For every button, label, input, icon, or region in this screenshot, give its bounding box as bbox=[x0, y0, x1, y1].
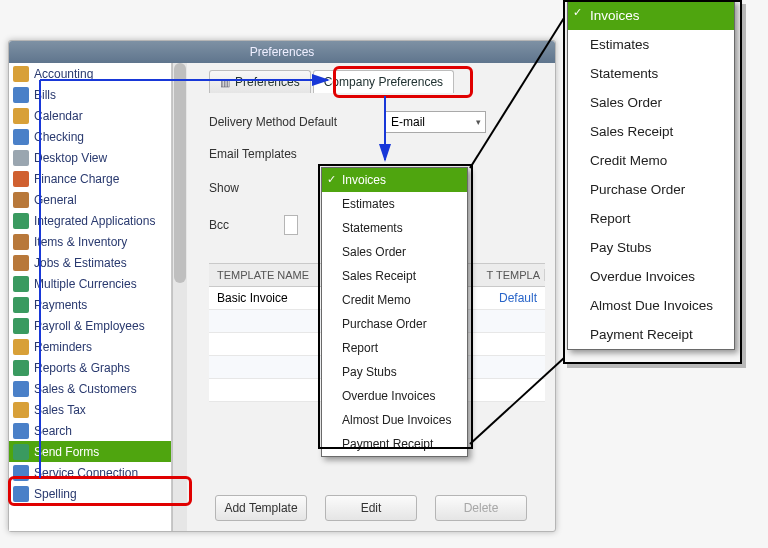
sidebar-item-label: Payroll & Employees bbox=[34, 319, 145, 333]
sidebar-scroll-thumb[interactable] bbox=[174, 63, 186, 283]
menu-item-sales-order[interactable]: Sales Order bbox=[322, 240, 467, 264]
sidebar-item-multiple-currencies[interactable]: Multiple Currencies bbox=[9, 273, 171, 294]
tab-my-preferences[interactable]: ▥ Preferences bbox=[209, 70, 311, 93]
menu-item-credit-memo[interactable]: Credit Memo bbox=[322, 288, 467, 312]
menu-item-invoices: ✓Invoices bbox=[568, 1, 734, 30]
stage: { "window": { "title": "Preferences" }, … bbox=[0, 0, 768, 548]
sidebar-item-icon bbox=[13, 444, 29, 460]
sidebar-item-items-inventory[interactable]: Items & Inventory bbox=[9, 231, 171, 252]
delivery-value: E-mail bbox=[391, 115, 425, 129]
menu-item-invoices[interactable]: ✓Invoices bbox=[322, 168, 467, 192]
sidebar-item-label: Multiple Currencies bbox=[34, 277, 137, 291]
window-title: Preferences bbox=[9, 41, 555, 63]
chevron-down-icon: ▾ bbox=[476, 117, 481, 127]
check-icon: ✓ bbox=[327, 173, 336, 186]
sidebar-item-bills[interactable]: Bills bbox=[9, 84, 171, 105]
tab-my-label: Preferences bbox=[235, 75, 300, 89]
menu-item-label: Invoices bbox=[590, 8, 640, 23]
sidebar-item-icon bbox=[13, 87, 29, 103]
sidebar-item-label: Jobs & Estimates bbox=[34, 256, 127, 270]
show-label: Show bbox=[209, 181, 269, 195]
menu-item-label: Purchase Order bbox=[590, 182, 685, 197]
sidebar-item-sales-customers[interactable]: Sales & Customers bbox=[9, 378, 171, 399]
sidebar-item-reports-graphs[interactable]: Reports & Graphs bbox=[9, 357, 171, 378]
sidebar-item-service-connection[interactable]: Service Connection bbox=[9, 462, 171, 483]
menu-item-report[interactable]: Report bbox=[322, 336, 467, 360]
email-templates-label: Email Templates bbox=[209, 147, 369, 161]
sidebar-item-desktop-view[interactable]: Desktop View bbox=[9, 147, 171, 168]
sidebar-item-label: Integrated Applications bbox=[34, 214, 155, 228]
row-email-templates: Email Templates bbox=[209, 147, 545, 161]
bcc-label: Bcc bbox=[209, 218, 269, 232]
sidebar-item-icon bbox=[13, 150, 29, 166]
sidebar-item-icon bbox=[13, 66, 29, 82]
menu-item-pay-stubs[interactable]: Pay Stubs bbox=[322, 360, 467, 384]
menu-item-sales-receipt[interactable]: Sales Receipt bbox=[322, 264, 467, 288]
sidebar: AccountingBillsCalendarCheckingDesktop V… bbox=[9, 63, 172, 531]
menu-item-credit-memo: Credit Memo bbox=[568, 146, 734, 175]
menu-item-label: Almost Due Invoices bbox=[590, 298, 713, 313]
edit-button[interactable]: Edit bbox=[325, 495, 417, 521]
sidebar-item-send-forms[interactable]: Send Forms bbox=[9, 441, 171, 462]
menu-item-almost-due-invoices: Almost Due Invoices bbox=[568, 291, 734, 320]
menu-item-statements: Statements bbox=[568, 59, 734, 88]
sidebar-item-label: Items & Inventory bbox=[34, 235, 127, 249]
menu-item-statements[interactable]: Statements bbox=[322, 216, 467, 240]
sidebar-item-accounting[interactable]: Accounting bbox=[9, 63, 171, 84]
sidebar-item-icon bbox=[13, 486, 29, 502]
menu-item-sales-receipt: Sales Receipt bbox=[568, 117, 734, 146]
menu-item-sales-order: Sales Order bbox=[568, 88, 734, 117]
sidebar-item-reminders[interactable]: Reminders bbox=[9, 336, 171, 357]
menu-item-label: Statements bbox=[590, 66, 658, 81]
add-template-button[interactable]: Add Template bbox=[215, 495, 307, 521]
sidebar-item-label: Sales Tax bbox=[34, 403, 86, 417]
sidebar-item-sales-tax[interactable]: Sales Tax bbox=[9, 399, 171, 420]
sidebar-item-icon bbox=[13, 339, 29, 355]
sidebar-item-icon bbox=[13, 360, 29, 376]
menu-item-label: Invoices bbox=[342, 173, 386, 187]
menu-item-payment-receipt[interactable]: Payment Receipt bbox=[322, 432, 467, 456]
menu-item-estimates[interactable]: Estimates bbox=[322, 192, 467, 216]
tab-company-label: Company Preferences bbox=[324, 75, 443, 89]
row-delivery: Delivery Method Default E-mail ▾ bbox=[209, 111, 545, 133]
menu-item-purchase-order[interactable]: Purchase Order bbox=[322, 312, 467, 336]
sidebar-item-integrated-applications[interactable]: Integrated Applications bbox=[9, 210, 171, 231]
menu-item-overdue-invoices[interactable]: Overdue Invoices bbox=[322, 384, 467, 408]
sidebar-item-checking[interactable]: Checking bbox=[9, 126, 171, 147]
delivery-label: Delivery Method Default bbox=[209, 115, 369, 129]
sidebar-item-spelling[interactable]: Spelling bbox=[9, 483, 171, 504]
sidebar-item-finance-charge[interactable]: Finance Charge bbox=[9, 168, 171, 189]
sidebar-item-icon bbox=[13, 423, 29, 439]
tab-strip: ▥ Preferences Company Preferences bbox=[209, 69, 545, 93]
menu-item-label: Sales Order bbox=[342, 245, 406, 259]
menu-item-label: Statements bbox=[342, 221, 403, 235]
sidebar-scrollbar[interactable] bbox=[172, 63, 187, 531]
sidebar-item-label: Desktop View bbox=[34, 151, 107, 165]
menu-item-pay-stubs: Pay Stubs bbox=[568, 233, 734, 262]
menu-item-label: Estimates bbox=[590, 37, 649, 52]
sidebar-item-label: Reminders bbox=[34, 340, 92, 354]
menu-item-label: Sales Order bbox=[590, 95, 662, 110]
menu-item-label: Credit Memo bbox=[590, 153, 667, 168]
sidebar-item-jobs-estimates[interactable]: Jobs & Estimates bbox=[9, 252, 171, 273]
menu-item-label: Sales Receipt bbox=[342, 269, 416, 283]
sidebar-item-general[interactable]: General bbox=[9, 189, 171, 210]
sidebar-item-icon bbox=[13, 129, 29, 145]
tab-company-preferences[interactable]: Company Preferences bbox=[313, 70, 454, 93]
menu-item-almost-due-invoices[interactable]: Almost Due Invoices bbox=[322, 408, 467, 432]
sidebar-item-label: Spelling bbox=[34, 487, 77, 501]
sidebar-item-payroll-employees[interactable]: Payroll & Employees bbox=[9, 315, 171, 336]
menu-item-payment-receipt: Payment Receipt bbox=[568, 320, 734, 349]
sidebar-item-search[interactable]: Search bbox=[9, 420, 171, 441]
menu-item-label: Credit Memo bbox=[342, 293, 411, 307]
sidebar-item-calendar[interactable]: Calendar bbox=[9, 105, 171, 126]
sidebar-item-label: Sales & Customers bbox=[34, 382, 137, 396]
delivery-dropdown[interactable]: E-mail ▾ bbox=[384, 111, 486, 133]
show-dropdown-menu[interactable]: ✓InvoicesEstimatesStatementsSales OrderS… bbox=[321, 167, 468, 457]
sidebar-wrap: AccountingBillsCalendarCheckingDesktop V… bbox=[9, 63, 187, 531]
delete-button[interactable]: Delete bbox=[435, 495, 527, 521]
bcc-input-fragment[interactable] bbox=[284, 215, 298, 235]
sidebar-item-payments[interactable]: Payments bbox=[9, 294, 171, 315]
sidebar-item-label: Search bbox=[34, 424, 72, 438]
sidebar-item-icon bbox=[13, 108, 29, 124]
